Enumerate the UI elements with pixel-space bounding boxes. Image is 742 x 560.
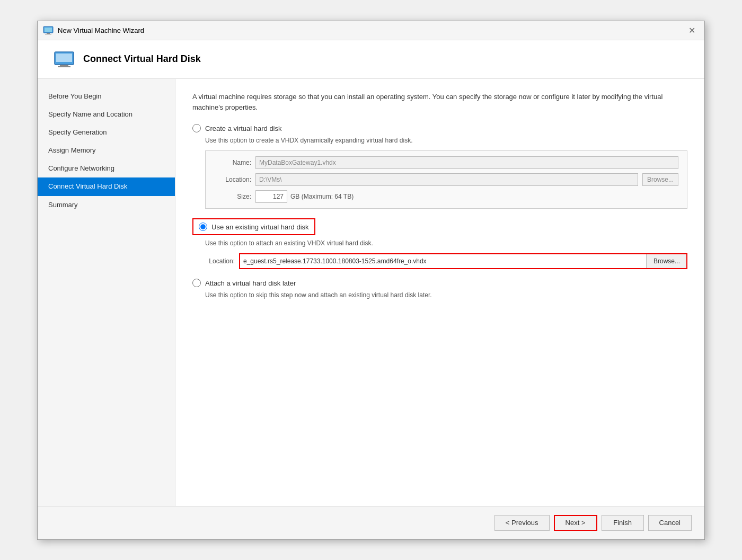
create-size-input[interactable]	[255, 190, 287, 203]
sidebar: Before You Begin Specify Name and Locati…	[38, 79, 175, 506]
intro-text: A virtual machine requires storage so th…	[192, 92, 687, 114]
create-browse-button[interactable]: Browse...	[642, 173, 678, 186]
existing-location-box: Location: Browse...	[205, 253, 687, 269]
titlebar: New Virtual Machine Wizard ✕	[38, 21, 704, 40]
sidebar-item-before-you-begin[interactable]: Before You Begin	[38, 87, 175, 105]
option-existing-desc: Use this option to attach an existing VH…	[205, 238, 687, 248]
sidebar-item-specify-generation[interactable]: Specify Generation	[38, 123, 175, 141]
sidebar-item-assign-memory[interactable]: Assign Memory	[38, 141, 175, 159]
option-create-row: Create a virtual hard disk	[192, 124, 687, 132]
content-area: A virtual machine requires storage so th…	[175, 79, 704, 506]
close-button[interactable]: ✕	[684, 23, 699, 38]
previous-button[interactable]: < Previous	[494, 515, 550, 531]
sidebar-item-connect-vhd[interactable]: Connect Virtual Hard Disk	[38, 177, 175, 195]
create-name-label: Name:	[214, 159, 251, 166]
next-button[interactable]: Next >	[554, 515, 597, 531]
sidebar-item-summary[interactable]: Summary	[38, 196, 175, 214]
page-title: Connect Virtual Hard Disk	[83, 54, 201, 65]
create-location-label: Location:	[214, 176, 251, 183]
svg-rect-3	[45, 34, 51, 34]
main-area: Before You Begin Specify Name and Locati…	[38, 79, 704, 506]
option-create-label[interactable]: Create a virtual hard disk	[205, 125, 282, 132]
option-create-radio[interactable]	[192, 124, 201, 132]
wizard-window: New Virtual Machine Wizard ✕ Connect Vir…	[37, 21, 705, 540]
window-title: New Virtual Machine Wizard	[58, 26, 684, 34]
svg-rect-5	[56, 54, 72, 62]
svg-rect-6	[60, 65, 68, 66]
existing-location-input[interactable]	[240, 254, 647, 268]
footer: < Previous Next > Finish Cancel	[38, 506, 704, 539]
finish-button[interactable]: Finish	[602, 515, 644, 531]
svg-rect-2	[47, 33, 50, 34]
create-location-row: Location: Browse...	[214, 173, 678, 186]
option-existing-highlighted-row: Use an existing virtual hard disk	[192, 218, 315, 235]
svg-rect-1	[45, 28, 52, 32]
create-name-input[interactable]	[255, 156, 678, 169]
header-vm-icon	[54, 51, 75, 68]
header: Connect Virtual Hard Disk	[38, 40, 704, 79]
option-attach-later-label[interactable]: Attach a virtual hard disk later	[205, 279, 296, 287]
option-attach-later-row: Attach a virtual hard disk later	[192, 279, 687, 287]
option-existing-radio[interactable]	[199, 223, 207, 231]
create-size-controls: GB (Maximum: 64 TB)	[255, 190, 354, 203]
option-existing-label[interactable]: Use an existing virtual hard disk	[211, 223, 309, 231]
create-size-row: Size: GB (Maximum: 64 TB)	[214, 190, 678, 203]
existing-location-input-wrap: Browse...	[239, 253, 687, 269]
option-attach-later-desc: Use this option to skip this step now an…	[205, 290, 687, 300]
option-existing-group: Use an existing virtual hard disk Use th…	[192, 218, 687, 269]
create-fields-box: Name: Location: Browse... Size: GB (Maxi…	[205, 150, 687, 209]
option-create-desc: Use this option to create a VHDX dynamic…	[205, 136, 687, 145]
option-attach-later-radio[interactable]	[192, 279, 201, 287]
titlebar-icon	[43, 26, 54, 34]
option-attach-later-group: Attach a virtual hard disk later Use thi…	[192, 279, 687, 300]
create-size-label: Size:	[214, 193, 251, 200]
svg-rect-7	[58, 66, 70, 67]
create-size-unit: GB (Maximum: 64 TB)	[290, 193, 354, 200]
create-name-row: Name:	[214, 156, 678, 169]
existing-location-label: Location:	[205, 257, 235, 265]
option-create-group: Create a virtual hard disk Use this opti…	[192, 124, 687, 209]
create-location-input[interactable]	[255, 173, 638, 186]
existing-browse-button[interactable]: Browse...	[647, 254, 686, 268]
sidebar-item-configure-networking[interactable]: Configure Networking	[38, 159, 175, 177]
cancel-button[interactable]: Cancel	[648, 515, 692, 531]
sidebar-item-specify-name[interactable]: Specify Name and Location	[38, 105, 175, 123]
